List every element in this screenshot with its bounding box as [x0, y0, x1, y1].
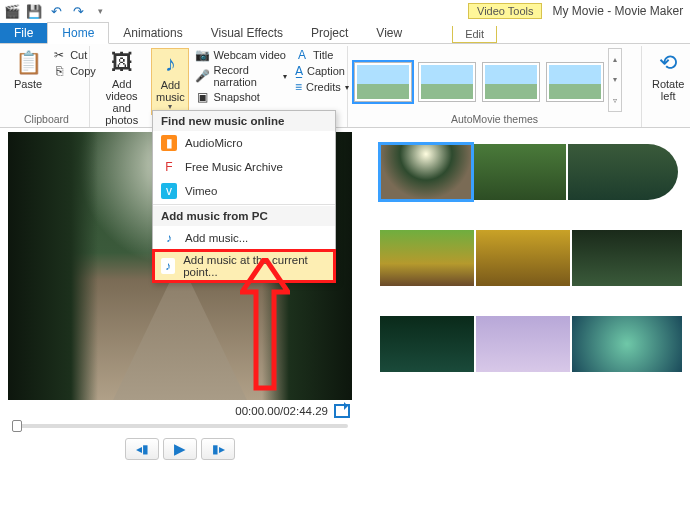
snapshot-icon: ▣ — [195, 90, 209, 104]
add-videos-photos-button[interactable]: 🖼 Add videos and photos — [96, 48, 147, 128]
fma-icon: F — [161, 159, 177, 175]
cut-icon: ✂ — [52, 48, 66, 62]
storyboard[interactable] — [360, 128, 690, 509]
vimeo-icon: v — [161, 183, 177, 199]
timecode: 00:00.00/02:44.29 — [235, 405, 328, 417]
caption-icon: A̲ — [295, 64, 303, 78]
save-icon[interactable]: 💾 — [26, 3, 42, 19]
clip[interactable] — [474, 144, 566, 200]
title-icon: A — [295, 48, 309, 62]
clip-row — [380, 316, 690, 372]
tab-home[interactable]: Home — [47, 22, 109, 44]
paste-button[interactable]: 📋 Paste — [10, 48, 46, 92]
menu-item-vimeo[interactable]: vVimeo — [153, 179, 335, 203]
ribbon-tabs: File Home Animations Visual Effects Proj… — [0, 22, 690, 44]
webcam-icon: 📷 — [195, 48, 209, 62]
prev-frame-button[interactable]: ◂▮ — [125, 438, 159, 460]
copy-icon: ⎘ — [52, 64, 66, 78]
menu-item-audiomicro[interactable]: ▮AudioMicro — [153, 131, 335, 155]
timecode-row: 00:00.00/02:44.29 — [8, 400, 352, 422]
clip[interactable] — [380, 316, 474, 372]
group-automovie: ▴▾▿ AutoMovie themes — [348, 46, 642, 127]
caption-button[interactable]: A̲Caption — [293, 64, 341, 78]
qat-dropdown-icon[interactable]: ▾ — [92, 3, 108, 19]
quick-access-toolbar: 🎬 💾 ↶ ↷ ▾ — [0, 3, 112, 19]
group-label-automovie: AutoMovie themes — [354, 112, 635, 127]
redo-icon[interactable]: ↷ — [70, 3, 86, 19]
menu-item-fma[interactable]: FFree Music Archive — [153, 155, 335, 179]
automovie-theme[interactable] — [546, 62, 604, 102]
menu-separator — [153, 204, 335, 205]
playback-controls: ◂▮ ▶ ▮▸ — [8, 430, 352, 460]
clip[interactable] — [476, 230, 570, 286]
webcam-button[interactable]: 📷Webcam video — [193, 48, 289, 62]
scrub-bar[interactable] — [8, 422, 352, 430]
clip-row — [380, 144, 690, 200]
menu-item-add-music-at-point[interactable]: ♪Add music at the current point... — [153, 250, 335, 282]
clip[interactable] — [568, 144, 678, 200]
menu-item-add-music[interactable]: ♪Add music... — [153, 226, 335, 250]
group-rotate: ⟲ Rotate left — [642, 46, 686, 127]
tab-project[interactable]: Project — [297, 23, 362, 43]
clip[interactable] — [476, 316, 570, 372]
scrub-thumb[interactable] — [12, 420, 22, 432]
title-bar: 🎬 💾 ↶ ↷ ▾ Video Tools My Movie - Movie M… — [0, 0, 690, 22]
clip[interactable] — [380, 144, 472, 200]
gallery-scroll[interactable]: ▴▾▿ — [608, 48, 622, 112]
app-icon: 🎬 — [4, 3, 20, 19]
mic-icon: 🎤 — [195, 69, 209, 83]
play-button[interactable]: ▶ — [163, 438, 197, 460]
music-icon: ♪ — [156, 51, 184, 77]
paste-label: Paste — [14, 78, 42, 90]
ribbon: 📋 Paste ✂Cut ⎘Copy Clipboard 🖼 Add video… — [0, 44, 690, 128]
tab-view[interactable]: View — [362, 23, 416, 43]
video-tools-label: Video Tools — [468, 3, 542, 19]
clip[interactable] — [380, 230, 474, 286]
music-note-icon: ♪ — [161, 258, 175, 274]
fullscreen-icon[interactable] — [334, 404, 350, 418]
menu-header-online: Find new music online — [153, 111, 335, 131]
add-music-menu: Find new music online ▮AudioMicro FFree … — [152, 110, 336, 283]
rotate-left-button[interactable]: ⟲ Rotate left — [648, 48, 688, 104]
narration-button[interactable]: 🎤Record narration▾ — [193, 64, 289, 88]
music-note-icon: ♪ — [161, 230, 177, 246]
clip-row — [380, 230, 690, 286]
snapshot-button[interactable]: ▣Snapshot — [193, 90, 289, 104]
automovie-theme[interactable] — [482, 62, 540, 102]
credits-icon: ≡ — [295, 80, 302, 94]
contextual-tab-area: Video Tools My Movie - Movie Maker — [468, 3, 683, 19]
workspace: 00:00.00/02:44.29 ◂▮ ▶ ▮▸ — [0, 128, 690, 509]
tab-visual-effects[interactable]: Visual Effects — [197, 23, 297, 43]
clip[interactable] — [572, 316, 682, 372]
title-button[interactable]: ATitle — [293, 48, 341, 62]
add-music-button[interactable]: ♪ Add music ▾ — [151, 48, 189, 115]
menu-header-pc: Add music from PC — [153, 206, 335, 226]
audiomicro-icon: ▮ — [161, 135, 177, 151]
group-clipboard: 📋 Paste ✂Cut ⎘Copy Clipboard — [4, 46, 90, 127]
undo-icon[interactable]: ↶ — [48, 3, 64, 19]
tab-animations[interactable]: Animations — [109, 23, 196, 43]
automovie-theme[interactable] — [418, 62, 476, 102]
next-frame-button[interactable]: ▮▸ — [201, 438, 235, 460]
tab-file[interactable]: File — [0, 23, 47, 43]
window-title: My Movie - Movie Maker — [552, 4, 683, 18]
credits-button[interactable]: ≡Credits▾ — [293, 80, 341, 94]
automovie-theme[interactable] — [354, 62, 412, 102]
tab-edit[interactable]: Edit — [452, 26, 497, 43]
automovie-theme-list — [354, 58, 604, 102]
group-label-clipboard: Clipboard — [10, 112, 83, 127]
photos-icon: 🖼 — [108, 50, 136, 76]
clip[interactable] — [572, 230, 682, 286]
paste-icon: 📋 — [14, 50, 42, 76]
chevron-down-icon: ▾ — [283, 72, 287, 81]
rotate-left-icon: ⟲ — [654, 50, 682, 76]
